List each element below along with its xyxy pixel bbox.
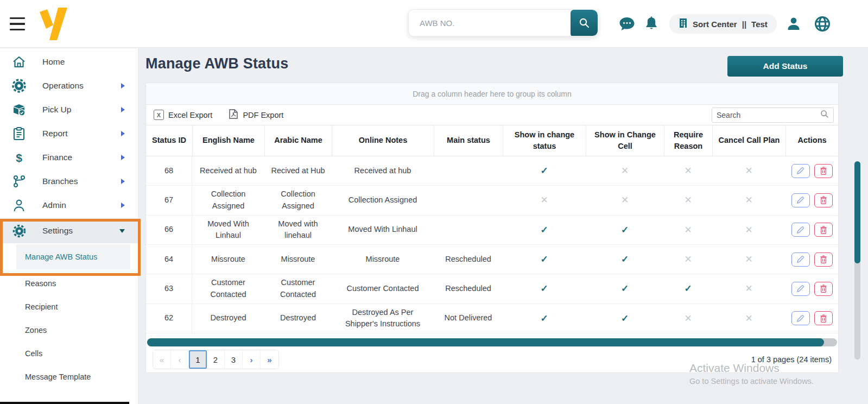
- awb-no-input[interactable]: [409, 10, 571, 36]
- grid-header-row: Status ID English Name Arabic Name Onlin…: [146, 125, 838, 156]
- edit-button[interactable]: [791, 282, 810, 296]
- column-header-arabic-name[interactable]: Arabic Name: [264, 125, 332, 156]
- chevron-right-icon: [121, 203, 125, 208]
- cell-actions: [785, 216, 838, 245]
- cell-actions: [785, 304, 838, 333]
- sidebar-item-report[interactable]: Report: [0, 122, 138, 146]
- add-status-button[interactable]: Add Status: [727, 56, 843, 77]
- column-header-show-in-change-cell[interactable]: Show in Change Cell: [586, 125, 664, 156]
- awb-status-grid: Drag a column header here to group its c…: [145, 83, 839, 373]
- watermark-line2: Go to Settings to activate Windows.: [689, 377, 814, 386]
- column-header-online-notes[interactable]: Online Notes: [332, 125, 434, 156]
- sidebar-subitem-message-template[interactable]: Message Template: [0, 365, 138, 388]
- flag-cancel-call-plan: ✕: [712, 245, 785, 274]
- vertical-scrollbar[interactable]: [854, 161, 860, 359]
- facility-badge[interactable]: Sort Center || Test: [669, 14, 777, 34]
- cell-status-id: 67: [146, 186, 192, 215]
- edit-button[interactable]: [791, 164, 810, 178]
- cell-arabic-name: Destroyed: [264, 304, 332, 333]
- column-header-require-reason[interactable]: Require Reason: [664, 125, 712, 156]
- cell-status-id: 62: [146, 304, 192, 333]
- edit-button[interactable]: [791, 252, 810, 267]
- delete-button[interactable]: [814, 252, 833, 267]
- cell-status-id: 64: [146, 245, 192, 274]
- pager-prev-button[interactable]: ‹: [171, 350, 189, 369]
- sidebar-item-label: Operations: [42, 81, 84, 91]
- delete-button[interactable]: [814, 223, 833, 237]
- sidebar-item-pickup[interactable]: Pick Up: [0, 98, 138, 122]
- grid-search-input[interactable]: [717, 111, 820, 119]
- cell-status-id: 68: [146, 156, 192, 185]
- pager-first-button[interactable]: «: [153, 350, 171, 369]
- awb-search-group: [408, 9, 598, 36]
- sidebar-subitem-reasons[interactable]: Reasons: [0, 272, 138, 295]
- flag-cancel-call-plan: ✕: [712, 186, 785, 215]
- sidebar-item-operations[interactable]: Operations: [0, 74, 138, 98]
- excel-export-button[interactable]: X Excel Export: [154, 110, 212, 120]
- pager-page-2-button[interactable]: 2: [207, 350, 225, 369]
- company-logo-v[interactable]: [38, 7, 71, 43]
- chevron-right-icon: [121, 83, 125, 89]
- column-header-cancel-call-plan[interactable]: Cancel Call Plan: [712, 125, 785, 156]
- flag-show-in-change-cell: ✓: [586, 216, 664, 245]
- sidebar-item-settings[interactable]: Settings: [0, 218, 138, 243]
- sidebar-item-admin[interactable]: Admin: [0, 193, 138, 217]
- edit-button[interactable]: [791, 193, 810, 207]
- group-by-drop-zone[interactable]: Drag a column header here to group its c…: [146, 83, 838, 105]
- cell-online-notes: Destroyed As Per Shipper's Instructions: [332, 304, 434, 333]
- column-header-actions[interactable]: Actions: [785, 125, 838, 156]
- column-header-english-name[interactable]: English Name: [192, 125, 264, 156]
- column-header-main-status[interactable]: Main status: [434, 125, 503, 156]
- cell-actions: [785, 186, 838, 215]
- pdf-export-button[interactable]: PDF Export: [229, 109, 283, 121]
- user-profile-icon[interactable]: [785, 16, 802, 32]
- horizontal-scrollbar[interactable]: [147, 338, 837, 346]
- chevron-right-icon: [121, 179, 125, 184]
- pager-page-3-button[interactable]: 3: [225, 350, 243, 369]
- awb-search-button[interactable]: [571, 10, 598, 36]
- hamburger-menu-icon[interactable]: [10, 17, 25, 30]
- sidebar-item-branches[interactable]: Branches: [0, 169, 138, 193]
- sidebar-subitem-manage-awb-status[interactable]: Manage AWB Status: [16, 244, 130, 269]
- table-row: 64 Missroute Missroute Missroute Resched…: [146, 245, 838, 274]
- chat-icon[interactable]: [619, 17, 636, 31]
- delete-button[interactable]: [814, 311, 833, 325]
- topbar-right-group: Sort Center || Test: [619, 0, 831, 48]
- column-header-show-in-change-status[interactable]: Show in change status: [503, 125, 586, 156]
- column-header-status-id[interactable]: Status ID: [146, 125, 192, 156]
- table-row: 66 Moved With Linhaul Moved with linehau…: [146, 216, 838, 245]
- search-icon: [578, 17, 590, 30]
- cell-english-name: Moved With Linhaul: [192, 216, 264, 245]
- cell-arabic-name: Moved with linehaul: [264, 216, 332, 245]
- language-globe-icon[interactable]: [814, 15, 831, 33]
- flag-show-in-change-status: ✓: [503, 245, 586, 274]
- cell-english-name: Destroyed: [192, 304, 264, 333]
- delete-button[interactable]: [814, 282, 833, 296]
- bottom-black-bar: [0, 402, 129, 404]
- pager-page-1-button[interactable]: 1: [189, 350, 207, 369]
- vertical-scrollbar-thumb[interactable]: [854, 161, 860, 263]
- edit-button[interactable]: [791, 311, 810, 325]
- sidebar-subitem-cells[interactable]: Cells: [0, 342, 138, 365]
- sidebar-item-home[interactable]: Home: [0, 50, 138, 74]
- edit-button[interactable]: [791, 223, 810, 237]
- flag-show-in-change-status: ✓: [503, 216, 586, 245]
- excel-icon: X: [154, 110, 164, 120]
- horizontal-scrollbar-thumb[interactable]: [147, 338, 824, 346]
- sidebar-item-finance[interactable]: $ Finance: [0, 146, 138, 169]
- flag-cancel-call-plan: ✕: [712, 156, 785, 185]
- grid-toolbar: X Excel Export PDF Export: [146, 105, 838, 125]
- pdf-icon: [229, 109, 238, 121]
- delete-button[interactable]: [814, 164, 833, 178]
- flag-show-in-change-status: ✓: [503, 304, 586, 333]
- pager-last-button[interactable]: »: [261, 350, 278, 369]
- cell-main-status: Not Delivered: [434, 304, 503, 333]
- flag-show-in-change-cell: ✓: [586, 245, 664, 274]
- notifications-bell-icon[interactable]: [644, 16, 658, 31]
- sidebar-subitem-recipient[interactable]: Recipient: [0, 295, 138, 318]
- search-icon: [820, 110, 829, 121]
- delete-button[interactable]: [814, 193, 833, 207]
- pager-next-button[interactable]: ›: [243, 350, 261, 369]
- sidebar-subitem-zones[interactable]: Zones: [0, 318, 138, 342]
- environment-name: Test: [751, 20, 768, 29]
